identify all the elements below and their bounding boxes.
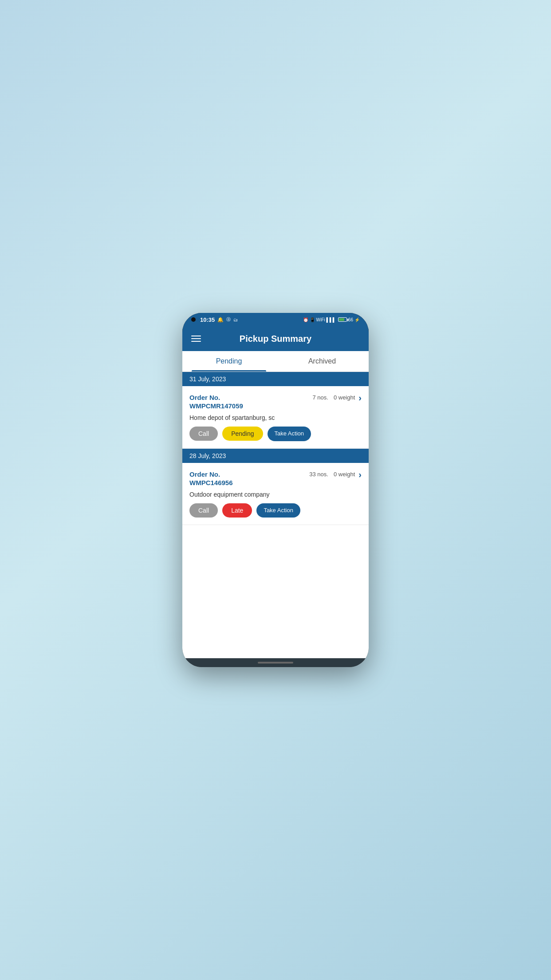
page-title: Pickup Summary xyxy=(208,334,360,344)
status-right: ⏰ 📱 WiFi ▌▌▌ 66 ⚡ xyxy=(303,317,360,322)
sim-icon: 📱 xyxy=(310,317,315,322)
alarm-icon: ⏰ xyxy=(303,317,308,322)
order-chevron-1[interactable]: › xyxy=(358,393,362,402)
order-meta-2: 33 nos. 0 weight xyxy=(309,471,355,478)
order-chevron-2[interactable]: › xyxy=(358,470,362,479)
hamburger-line-2 xyxy=(191,338,201,339)
order-actions-2: Call Late Take Action xyxy=(189,503,362,518)
order-actions-1: Call Pending Take Action xyxy=(189,427,362,441)
order-card-2: Order No. WMPC146956 33 nos. 0 weight › … xyxy=(182,463,369,526)
status-bar: 10:35 🔔 Ⓑ 🗂 ⏰ 📱 WiFi ▌▌▌ 66 ⚡ xyxy=(182,313,369,327)
sd-icon: 🗂 xyxy=(233,317,238,322)
order-number-1: Order No. WMPCMR147059 xyxy=(189,393,243,411)
battery-percent: 66 xyxy=(348,317,353,322)
notification-icon: 🔔 xyxy=(217,317,224,323)
empty-content-area xyxy=(182,525,369,658)
status-pending-button-1[interactable]: Pending xyxy=(222,427,263,441)
app-header: Pickup Summary xyxy=(182,327,369,351)
status-time: 10:35 xyxy=(200,316,215,323)
battery-icon xyxy=(338,317,347,322)
signal-icon: ▌▌▌ xyxy=(327,317,336,322)
home-indicator xyxy=(258,662,293,664)
phone-bottom-bar xyxy=(182,658,369,667)
phone-frame: 10:35 🔔 Ⓑ 🗂 ⏰ 📱 WiFi ▌▌▌ 66 ⚡ Pickup Sum… xyxy=(182,313,369,668)
order-number-2: Order No. WMPC146956 xyxy=(189,470,233,487)
call-button-2[interactable]: Call xyxy=(189,503,218,518)
tabs-container: Pending Archived xyxy=(182,351,369,372)
status-late-button-2[interactable]: Late xyxy=(222,503,252,518)
take-action-button-2[interactable]: Take Action xyxy=(256,503,300,518)
order-address-1: Home depot of spartanburg, sc xyxy=(189,414,362,421)
wifi-icon: WiFi xyxy=(316,317,325,322)
camera-dot xyxy=(191,317,196,322)
order-top-row-2: Order No. WMPC146956 33 nos. 0 weight › xyxy=(189,470,362,487)
hamburger-line-1 xyxy=(191,336,201,336)
screen-content: 31 July, 2023 Order No. WMPCMR147059 7 n… xyxy=(182,372,369,659)
take-action-button-1[interactable]: Take Action xyxy=(268,427,311,441)
hamburger-menu-button[interactable] xyxy=(191,336,201,342)
hamburger-line-3 xyxy=(191,341,201,342)
order-address-2: Outdoor equipment company xyxy=(189,491,362,498)
status-left: 10:35 🔔 Ⓑ 🗂 xyxy=(191,316,238,323)
call-button-1[interactable]: Call xyxy=(189,427,218,441)
order-card-1: Order No. WMPCMR147059 7 nos. 0 weight ›… xyxy=(182,386,369,449)
tab-archived[interactable]: Archived xyxy=(276,351,369,371)
order-meta-1: 7 nos. 0 weight xyxy=(312,394,355,401)
order-top-row-1: Order No. WMPCMR147059 7 nos. 0 weight › xyxy=(189,393,362,411)
date-header-1: 31 July, 2023 xyxy=(182,372,369,386)
date-header-2: 28 July, 2023 xyxy=(182,449,369,463)
b-icon: Ⓑ xyxy=(226,316,231,323)
tab-pending[interactable]: Pending xyxy=(182,351,276,371)
charge-icon: ⚡ xyxy=(354,317,360,322)
